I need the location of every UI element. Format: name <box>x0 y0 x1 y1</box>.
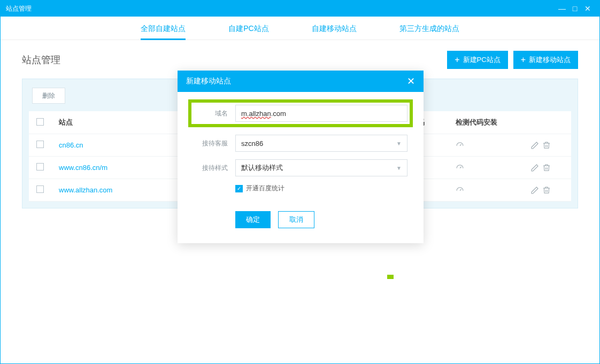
baidu-stats-checkbox[interactable]: ✓ <box>235 185 243 192</box>
style-value: 默认移动样式 <box>241 163 283 173</box>
service-select[interactable]: szcn86 ▼ <box>235 135 407 152</box>
style-label: 接待样式 <box>194 164 228 173</box>
modal-title: 新建移动站点 <box>186 76 231 86</box>
domain-input[interactable]: m.allzhan.com <box>235 105 407 122</box>
chevron-down-icon: ▼ <box>396 165 402 171</box>
service-label: 接待客服 <box>194 139 228 148</box>
baidu-stats-label: 开通百度统计 <box>246 184 284 193</box>
new-mobile-site-modal: 新建移动站点 ✕ 域名 m.allzhan.com 接待客服 szcn86 ▼ <box>178 71 424 243</box>
style-select[interactable]: 默认移动样式 ▼ <box>235 159 407 176</box>
domain-highlight: 域名 m.allzhan.com <box>188 99 413 127</box>
modal-close-icon[interactable]: ✕ <box>407 75 415 87</box>
domain-label: 域名 <box>194 109 228 118</box>
modal-cancel-button[interactable]: 取消 <box>278 211 314 228</box>
modal-overlay: 新建移动站点 ✕ 域名 m.allzhan.com 接待客服 szcn86 ▼ <box>1 1 599 363</box>
service-value: szcn86 <box>241 140 263 148</box>
cursor-caret-icon <box>387 275 394 279</box>
modal-ok-button[interactable]: 确定 <box>235 211 271 228</box>
chevron-down-icon: ▼ <box>396 141 402 146</box>
